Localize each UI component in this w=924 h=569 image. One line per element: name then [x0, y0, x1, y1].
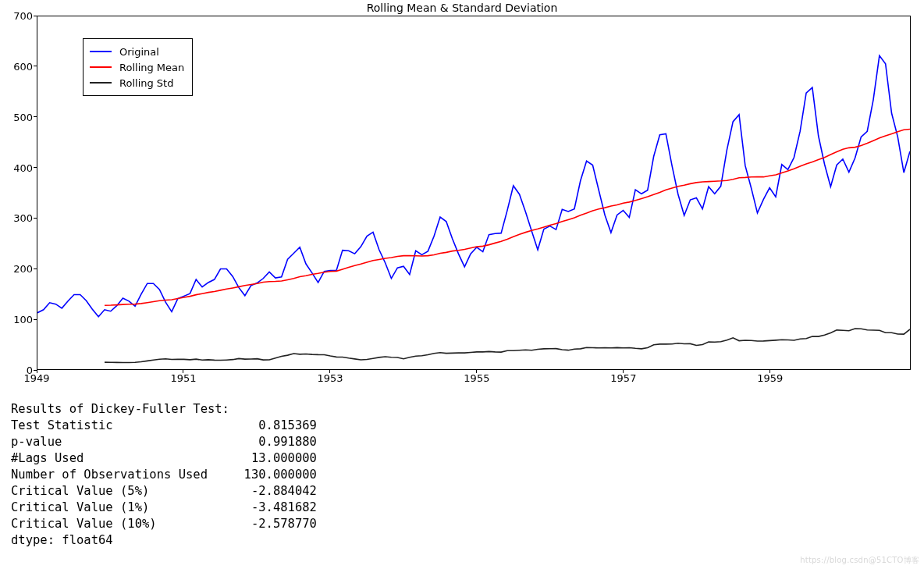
y-tick-label: 300: [0, 212, 33, 224]
legend-label: Original: [119, 46, 159, 58]
x-tick-label: 1955: [464, 372, 489, 384]
legend-label: Rolling Mean: [119, 62, 184, 73]
legend-entry-rolling-mean: Rolling Mean: [90, 59, 184, 75]
x-tick-label: 1957: [610, 372, 636, 384]
legend-swatch: [90, 82, 112, 84]
y-tick-label: 600: [0, 60, 33, 72]
y-tick-mark: [34, 268, 37, 269]
series-rolling-std: [105, 329, 910, 362]
x-tick-label: 1951: [170, 372, 196, 384]
y-tick-label: 500: [0, 111, 33, 123]
y-tick-mark: [34, 116, 37, 117]
x-tick-mark: [476, 370, 477, 373]
legend: Original Rolling Mean Rolling Std: [83, 38, 193, 96]
x-tick-label: 1949: [23, 372, 49, 384]
legend-swatch: [90, 66, 112, 68]
chart-container: Rolling Mean & Standard Deviation Origin…: [0, 0, 924, 389]
chart-title: Rolling Mean & Standard Deviation: [0, 2, 924, 14]
x-tick-mark: [623, 370, 624, 373]
watermark: https://blog.csdn@51CTO博客: [800, 555, 919, 566]
x-tick-mark: [329, 370, 330, 373]
legend-entry-original: Original: [90, 44, 184, 59]
x-tick-label: 1953: [317, 372, 343, 384]
y-tick-mark: [34, 16, 37, 16]
y-tick-mark: [34, 167, 37, 168]
plot-area: Original Rolling Mean Rolling Std: [37, 16, 911, 370]
y-tick-mark: [34, 66, 37, 66]
y-tick-label: 400: [0, 162, 33, 173]
x-tick-mark: [183, 370, 183, 373]
x-tick-mark: [37, 370, 37, 373]
series-rolling-mean: [105, 130, 910, 306]
legend-label: Rolling Std: [119, 77, 173, 89]
dickey-fuller-results: Results of Dickey-Fuller Test: Test Stat…: [11, 401, 317, 549]
y-tick-mark: [34, 319, 37, 320]
y-tick-mark: [34, 218, 37, 219]
y-tick-label: 100: [0, 314, 33, 325]
x-tick-mark: [769, 370, 770, 373]
y-tick-label: 200: [0, 263, 33, 275]
y-tick-label: 700: [0, 10, 33, 22]
legend-swatch: [90, 51, 112, 52]
x-tick-label: 1959: [757, 372, 783, 384]
legend-entry-rolling-std: Rolling Std: [90, 75, 184, 91]
